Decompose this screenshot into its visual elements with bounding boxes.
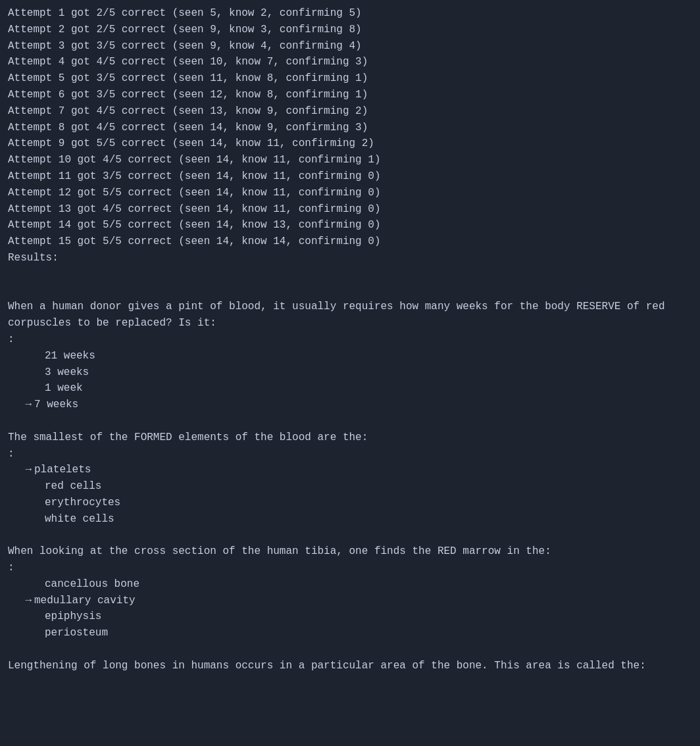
question-text-q2: The smallest of the FORMED elements of t… xyxy=(8,430,692,446)
results-label: Results: xyxy=(8,250,692,266)
attempt-line: Attempt 15 got 5/5 correct (seen 14, kno… xyxy=(8,234,692,250)
attempt-line: Attempt 14 got 5/5 correct (seen 14, kno… xyxy=(8,217,692,234)
answer-item: cancellous bone xyxy=(8,576,692,593)
answer-list-q3: cancellous bone→ medullary cavity epiphy… xyxy=(8,576,692,641)
answer-item: erythrocytes xyxy=(8,495,692,511)
answer-item: red cells xyxy=(8,478,692,495)
attempts-section: Attempt 1 got 2/5 correct (seen 5, know … xyxy=(8,5,692,250)
attempt-line: Attempt 3 got 3/5 correct (seen 9, know … xyxy=(8,38,692,55)
question-text-q1: When a human donor gives a pint of blood… xyxy=(8,299,692,332)
attempt-line: Attempt 11 got 3/5 correct (seen 14, kno… xyxy=(8,168,692,185)
answer-text: 21 weeks xyxy=(45,348,692,364)
questions-section: When a human donor gives a pint of blood… xyxy=(8,283,692,674)
question-text-q3: When looking at the cross section of the… xyxy=(8,543,692,560)
answer-item: 3 weeks xyxy=(8,364,692,381)
answer-arrow-icon: → xyxy=(8,397,34,413)
answer-item: epiphysis xyxy=(8,609,692,625)
answer-arrow-icon: → xyxy=(8,462,34,478)
answer-text: 7 weeks xyxy=(34,397,692,413)
answer-item: → platelets xyxy=(8,462,692,478)
answer-item: → medullary cavity xyxy=(8,593,692,609)
answer-item: white cells xyxy=(8,511,692,528)
attempt-line: Attempt 5 got 3/5 correct (seen 11, know… xyxy=(8,70,692,87)
answer-text: periosteum xyxy=(45,625,692,641)
attempt-line: Attempt 6 got 3/5 correct (seen 12, know… xyxy=(8,87,692,103)
answer-item: periosteum xyxy=(8,625,692,641)
answer-text: cancellous bone xyxy=(45,576,692,593)
question-text-q4: Lengthening of long bones in humans occu… xyxy=(8,658,692,674)
answer-arrow-icon: → xyxy=(8,593,34,609)
answer-item: → 7 weeks xyxy=(8,397,692,413)
attempt-line: Attempt 7 got 4/5 correct (seen 13, know… xyxy=(8,103,692,120)
attempt-line: Attempt 4 got 4/5 correct (seen 10, know… xyxy=(8,54,692,70)
colon-line-q3: : xyxy=(8,560,692,576)
answer-list-q1: 21 weeks 3 weeks 1 week→ 7 weeks xyxy=(8,348,692,413)
answer-text: erythrocytes xyxy=(45,495,692,511)
attempt-line: Attempt 8 got 4/5 correct (seen 14, know… xyxy=(8,120,692,136)
attempt-line: Attempt 1 got 2/5 correct (seen 5, know … xyxy=(8,5,692,22)
answer-text: red cells xyxy=(45,478,692,495)
attempt-line: Attempt 2 got 2/5 correct (seen 9, know … xyxy=(8,22,692,38)
answer-text: platelets xyxy=(34,462,692,478)
answer-text: 1 week xyxy=(45,380,692,397)
main-content: Attempt 1 got 2/5 correct (seen 5, know … xyxy=(8,5,692,674)
attempt-line: Attempt 13 got 4/5 correct (seen 14, kno… xyxy=(8,201,692,218)
colon-line-q1: : xyxy=(8,332,692,348)
answer-item: 1 week xyxy=(8,380,692,397)
answer-text: white cells xyxy=(45,511,692,528)
colon-line-q2: : xyxy=(8,446,692,462)
attempt-line: Attempt 12 got 5/5 correct (seen 14, kno… xyxy=(8,185,692,201)
answer-item: 21 weeks xyxy=(8,348,692,364)
attempt-line: Attempt 10 got 4/5 correct (seen 14, kno… xyxy=(8,152,692,168)
answer-text: epiphysis xyxy=(45,609,692,625)
attempt-line: Attempt 9 got 5/5 correct (seen 14, know… xyxy=(8,136,692,152)
answer-list-q2: → platelets red cells erythrocytes white… xyxy=(8,462,692,527)
answer-text: 3 weeks xyxy=(45,364,692,381)
answer-text: medullary cavity xyxy=(34,593,692,609)
